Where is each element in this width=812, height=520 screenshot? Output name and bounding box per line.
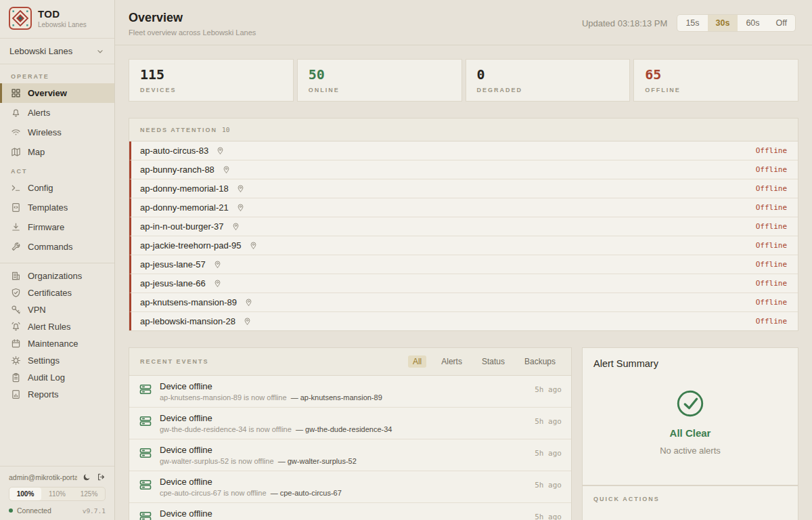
device-row-ap-knutsens-mansion-89[interactable]: ap-knutsens-mansion-89 Offline: [129, 292, 798, 311]
sidebar-item-label: Config: [28, 183, 53, 193]
location-pin-icon: [236, 203, 245, 212]
sidebar-nav: OPERATE Overview Alerts Wirel: [0, 64, 114, 466]
event-row[interactable]: Device offline gw-the-dude-residence-34 …: [129, 407, 571, 439]
stat-card-offline: 65 OFFLINE: [633, 59, 798, 102]
stat-label: OFFLINE: [645, 87, 787, 93]
refresh-option-30s[interactable]: 30s: [708, 15, 738, 31]
sidebar-item-vpn[interactable]: VPN: [0, 301, 114, 318]
org-selector[interactable]: Lebowski Lanes: [0, 39, 114, 64]
device-row-ap-jesus-lane-66[interactable]: ap-jesus-lane-66 Offline: [129, 274, 798, 292]
sidebar-item-overview[interactable]: Overview: [0, 83, 114, 103]
sidebar-item-templates[interactable]: Templates: [0, 198, 114, 217]
zoom-option-100-[interactable]: 100%: [9, 488, 41, 500]
refresh-option-15s[interactable]: 15s: [677, 15, 707, 31]
device-row-ap-jesus-lane-57[interactable]: ap-jesus-lane-57 Offline: [129, 255, 798, 274]
device-server-icon: [139, 510, 152, 520]
event-description: gw-the-dude-residence-34 is now offline …: [160, 425, 527, 433]
brand-title: TOD: [38, 8, 87, 20]
sidebar-item-wireless[interactable]: Wireless: [0, 123, 114, 142]
sidebar-item-label: Alert Rules: [28, 322, 71, 332]
sidebar-item-firmware[interactable]: Firmware: [0, 217, 114, 237]
refresh-option-60s[interactable]: 60s: [738, 15, 767, 31]
sidebar-item-label: Maintenance: [28, 339, 78, 349]
sidebar-item-label: Commands: [28, 242, 72, 252]
device-row-ap-auto-circus-83[interactable]: ap-auto-circus-83 Offline: [129, 142, 798, 160]
device-row-ap-donny-memorial-18[interactable]: ap-donny-memorial-18 Offline: [129, 179, 798, 198]
event-row[interactable]: Device offline gw-walter-surplus-52 is n…: [129, 439, 571, 471]
device-status-badge: Offline: [756, 184, 787, 193]
sidebar-item-organizations[interactable]: Organizations: [0, 267, 114, 284]
filter-tab-alerts[interactable]: Alerts: [436, 355, 467, 368]
stat-label: DEVICES: [140, 87, 282, 93]
sidebar-item-audit-log[interactable]: Audit Log: [0, 369, 114, 386]
stats-row: 115 DEVICES 50 ONLINE 0 DEGRADED 65: [129, 59, 798, 102]
sidebar-item-map[interactable]: Map: [0, 142, 114, 162]
event-row[interactable]: Device offline ap-knutsens-mansion-89 is…: [129, 376, 571, 407]
event-title: Device offline: [160, 413, 527, 423]
event-title: Device offline: [160, 508, 527, 519]
device-row-ap-donny-memorial-21[interactable]: ap-donny-memorial-21 Offline: [129, 198, 798, 217]
bell-icon: [11, 108, 21, 118]
logout-icon[interactable]: [97, 473, 106, 481]
sidebar-item-reports[interactable]: Reports: [0, 386, 114, 403]
device-server-icon: [139, 446, 152, 460]
zoom-option-125-[interactable]: 125%: [73, 488, 105, 500]
sidebar-item-certificates[interactable]: Certificates: [0, 284, 114, 301]
events-filter-tabs: All Alerts Status Backups: [408, 355, 560, 368]
sidebar-item-alerts[interactable]: Alerts: [0, 103, 114, 123]
event-row[interactable]: Device offline ap-bunny-ranch-88 is now …: [129, 502, 571, 520]
sidebar-item-label: Map: [28, 147, 45, 157]
sidebar-item-maintenance[interactable]: Maintenance: [0, 335, 114, 352]
device-name: ap-in-n-out-burger-37: [140, 221, 224, 232]
sidebar-item-label: Certificates: [28, 288, 72, 298]
needs-attention-card: NEEDS ATTENTION 10 ap-auto-circus-83 Off…: [129, 118, 798, 331]
stat-value: 50: [309, 66, 451, 83]
sidebar-item-commands[interactable]: Commands: [0, 237, 114, 257]
device-server-icon: [139, 478, 152, 492]
stat-value: 65: [645, 66, 787, 83]
refresh-option-off[interactable]: Off: [768, 15, 795, 31]
dark-mode-moon-icon[interactable]: [83, 473, 91, 481]
page-content: 115 DEVICES 50 ONLINE 0 DEGRADED 65: [115, 45, 812, 520]
device-row-ap-lebowski-mansion-28[interactable]: ap-lebowski-mansion-28 Offline: [129, 311, 798, 330]
filter-tab-all[interactable]: All: [408, 355, 426, 368]
stat-label: ONLINE: [309, 87, 451, 93]
event-row[interactable]: Device offline cpe-auto-circus-67 is now…: [129, 471, 571, 502]
device-name: ap-auto-circus-83: [140, 146, 208, 156]
location-pin-icon: [213, 279, 222, 288]
check-circle-icon: [675, 410, 706, 421]
event-separator: —: [296, 425, 303, 433]
ui-zoom-control: 100% 110% 125%: [9, 487, 106, 501]
event-timestamp: 5h ago: [535, 417, 562, 426]
event-device: ap-knutsens-mansion-89: [300, 393, 382, 402]
main-area: Overview Fleet overview across Lebowski …: [115, 0, 812, 520]
sidebar-item-alert-rules[interactable]: Alert Rules: [0, 318, 114, 335]
connection-status: Connected: [17, 506, 51, 515]
connection-status-dot: [9, 508, 13, 513]
sidebar-item-label: Templates: [28, 202, 68, 213]
event-separator: —: [278, 457, 286, 465]
device-status-badge: Offline: [756, 241, 787, 250]
map-icon: [11, 147, 21, 157]
device-row-ap-in-n-out-burger-37[interactable]: ap-in-n-out-burger-37 Offline: [129, 217, 798, 236]
filter-tab-backups[interactable]: Backups: [520, 355, 560, 368]
sidebar-item-settings[interactable]: Settings: [0, 352, 114, 369]
device-row-ap-jackie-treehorn-pad-95[interactable]: ap-jackie-treehorn-pad-95 Offline: [129, 236, 798, 255]
user-email: admin@mikrotik-portal.dev: [9, 473, 77, 481]
nav-group-admin: Organizations Certificates VPN A: [0, 267, 114, 403]
filter-tab-status[interactable]: Status: [477, 355, 510, 368]
terminal-icon: [11, 183, 21, 193]
stat-label: DEGRADED: [477, 87, 619, 93]
event-title: Device offline: [160, 445, 527, 455]
sidebar: TOD Lebowski Lanes Lebowski Lanes OPERAT…: [0, 0, 115, 520]
device-name: ap-lebowski-mansion-28: [140, 316, 235, 326]
device-status-badge: Offline: [756, 298, 787, 307]
zoom-option-110-[interactable]: 110%: [41, 488, 73, 500]
device-row-ap-bunny-ranch-88[interactable]: ap-bunny-ranch-88 Offline: [129, 160, 798, 179]
device-status-badge: Offline: [756, 203, 787, 212]
needs-attention-count: 10: [222, 126, 229, 133]
alert-summary-card: Alert Summary All Clear No active alerts: [582, 347, 798, 485]
location-pin-icon: [216, 146, 225, 155]
sidebar-item-config[interactable]: Config: [0, 178, 114, 198]
needs-attention-list: ap-auto-circus-83 Offline ap-bunny-ranch…: [129, 142, 798, 330]
